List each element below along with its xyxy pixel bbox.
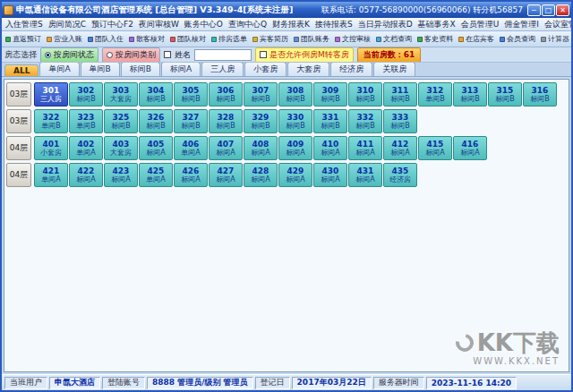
name-checkbox-icon[interactable] [164, 51, 171, 58]
room-cell-423[interactable]: 423标间A [104, 163, 138, 187]
toolbar-button[interactable]: 团队账务 [291, 32, 332, 46]
room-cell-430[interactable]: 430标间A [313, 163, 347, 187]
room-cell-315[interactable]: 315标间B [488, 82, 522, 107]
toolbar-button[interactable]: 营业入账 [44, 32, 85, 46]
room-cell-330[interactable]: 330标间B [278, 109, 312, 133]
toolbar-button[interactable]: 团队入住 [85, 32, 126, 46]
toolbar-button[interactable]: 会员查询 [497, 32, 538, 46]
menu-item[interactable]: 预订中心F2 [90, 19, 135, 30]
tab-标间A[interactable]: 标间A [161, 63, 201, 76]
room-cell-401[interactable]: 401小套房 [34, 136, 68, 160]
tab-小套房[interactable]: 小套房 [244, 63, 286, 76]
toolbar-button[interactable]: 宾客简历 [250, 32, 291, 46]
minimize-icon[interactable]: ─ [527, 4, 541, 16]
room-cell-407[interactable]: 407标间A [209, 136, 243, 160]
room-cell-309[interactable]: 309标间B [313, 82, 347, 107]
allow-room-change-toggle[interactable]: 是否允许倒房M转客房 [255, 47, 354, 63]
room-cell-325[interactable]: 325标间B [104, 109, 138, 133]
room-cell-403[interactable]: 403大套房 [104, 136, 138, 160]
menu-item[interactable]: 当日异动报表D [356, 19, 415, 30]
room-cell-311[interactable]: 311标间B [383, 82, 417, 107]
room-cell-304[interactable]: 304标间B [139, 82, 173, 107]
room-cell-421[interactable]: 421单间A [34, 163, 68, 187]
menu-item[interactable]: 账务中心O [183, 19, 225, 30]
room-cell-425[interactable]: 425单间A [139, 163, 173, 187]
room-cell-402[interactable]: 402单间A [69, 136, 103, 160]
toolbar-button[interactable]: 客史资料 [415, 32, 456, 46]
toolbar-button-label: 文控审核 [342, 34, 371, 44]
toolbar-button[interactable]: 团队核对 [167, 32, 209, 46]
room-cell-310[interactable]: 310标间B [348, 82, 382, 107]
maximize-icon[interactable]: □ [542, 4, 555, 16]
room-cell-322[interactable]: 322单间B [34, 109, 68, 133]
room-cell-431[interactable]: 431标间A [348, 163, 382, 187]
room-cell-429[interactable]: 429标间A [278, 163, 312, 187]
menu-item[interactable]: 接待报表S [313, 19, 355, 30]
floor-label[interactable]: 04层 [6, 136, 31, 160]
room-cell-305[interactable]: 305标间B [174, 82, 208, 107]
menu-item[interactable]: 夜间审核W [137, 19, 181, 30]
room-cell-326[interactable]: 326标间B [139, 109, 173, 133]
filter-by-status-button[interactable]: 按房间状态 [40, 47, 98, 63]
floor-label[interactable]: 03层 [6, 82, 31, 107]
menu-item[interactable]: 查询中心Q [227, 19, 269, 30]
room-cell-316[interactable]: 316标间B [523, 82, 557, 107]
toolbar-button[interactable]: 散客核对 [126, 32, 167, 46]
room-cell-328[interactable]: 328标间B [209, 109, 243, 133]
menu-item[interactable]: 基础事务X [416, 19, 458, 30]
toolbar-button[interactable]: 文档查询 [373, 32, 415, 46]
room-cell-306[interactable]: 306标间B [209, 82, 243, 107]
room-cell-313[interactable]: 313标间B [453, 82, 487, 107]
room-cell-435[interactable]: 435经济房 [383, 163, 417, 187]
room-cell-302[interactable]: 302标间B [69, 82, 103, 107]
room-cell-331[interactable]: 331标间B [313, 109, 347, 133]
tab-ALL[interactable]: ALL [4, 64, 38, 76]
room-cell-411[interactable]: 411标间A [348, 136, 382, 160]
tab-三人房[interactable]: 三人房 [201, 63, 244, 76]
tab-经济房[interactable]: 经济房 [330, 63, 372, 76]
room-cell-409[interactable]: 409标间A [278, 136, 312, 160]
tab-关联房[interactable]: 关联房 [373, 63, 415, 76]
room-cell-327[interactable]: 327标间B [174, 109, 208, 133]
menu-item[interactable]: 会员管理U [459, 19, 501, 30]
floor-label[interactable]: 04层 [6, 163, 31, 187]
tab-大套房[interactable]: 大套房 [287, 63, 329, 76]
close-icon[interactable]: ✕ [556, 4, 569, 16]
menu-item[interactable]: 会议室管理J [543, 19, 571, 30]
room-cell-416[interactable]: 416标间A [453, 136, 487, 160]
room-cell-405[interactable]: 405标间A [139, 136, 173, 160]
room-cell-303[interactable]: 303大套房 [104, 82, 138, 107]
room-cell-422[interactable]: 422标间A [69, 163, 103, 187]
room-cell-312[interactable]: 312单间B [418, 82, 452, 107]
room-cell-307[interactable]: 307标间B [244, 82, 278, 107]
room-cell-301[interactable]: 301三人房 [34, 82, 68, 107]
room-cell-427[interactable]: 427标间A [209, 163, 243, 187]
toolbar-button[interactable]: 计算器 [538, 32, 571, 46]
room-cell-332[interactable]: 332标间B [348, 109, 382, 133]
room-cell-323[interactable]: 323单间B [69, 109, 103, 133]
room-cell-308[interactable]: 308标间B [278, 82, 312, 107]
toolbar-button[interactable]: 在店宾客 [456, 32, 497, 46]
menu-item[interactable]: 入住管理S [4, 19, 45, 30]
room-cell-412[interactable]: 412标间A [383, 136, 417, 160]
filter-by-type-button[interactable]: 按房间类别 [102, 47, 160, 63]
menu-item[interactable]: 房间简况C [47, 19, 88, 30]
room-cell-410[interactable]: 410标间A [313, 136, 347, 160]
menu-item[interactable]: 财务报表K [270, 19, 312, 30]
room-cell-415[interactable]: 415标间A [418, 136, 452, 160]
guest-name-input[interactable] [194, 49, 252, 61]
tab-单间A[interactable]: 单间A [39, 63, 79, 76]
room-cell-428[interactable]: 428标间A [244, 163, 278, 187]
menu-item[interactable]: 佣金管理I [502, 19, 541, 30]
floor-label[interactable]: 03层 [6, 109, 31, 133]
room-cell-426[interactable]: 426标间A [174, 163, 208, 187]
tab-单间B[interactable]: 单间B [81, 63, 120, 76]
room-cell-408[interactable]: 408标间A [244, 136, 278, 160]
toolbar-button[interactable]: 排房选单 [209, 32, 250, 46]
toolbar-button[interactable]: 文控审核 [332, 32, 373, 46]
tab-标间B[interactable]: 标间B [121, 63, 160, 76]
room-cell-406[interactable]: 406单间A [174, 136, 208, 160]
room-cell-329[interactable]: 329标间B [244, 109, 278, 133]
room-cell-333[interactable]: 333标间B [383, 109, 417, 133]
toolbar-button[interactable]: 直返预订 [3, 32, 44, 46]
